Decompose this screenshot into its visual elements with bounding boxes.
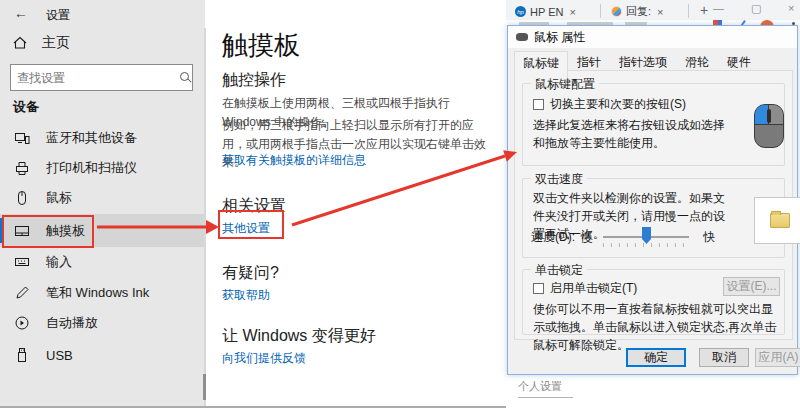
webpage-underline bbox=[518, 397, 573, 398]
tab-close-icon[interactable]: × bbox=[657, 6, 663, 18]
printer-icon bbox=[14, 160, 30, 176]
double-click-group-title: 双击速度 bbox=[531, 171, 587, 188]
touchpad-icon bbox=[14, 223, 30, 239]
double-click-group: 双击速度 双击文件夹以检测你的设置。如果文件夹没打开或关闭，请用慢一点的设置再试… bbox=[522, 178, 785, 258]
browser-tab-hp[interactable]: hp HP EN × bbox=[511, 2, 580, 21]
settings-window: ← 设置 — ▢ × 主页 设备 蓝牙和其他设备 打印机和扫描仪 鼠标 bbox=[0, 0, 506, 406]
tab-separator bbox=[688, 4, 689, 18]
sidebar-item-label: 蓝牙和其他设备 bbox=[46, 129, 137, 147]
sidebar-item-label: 自动播放 bbox=[46, 314, 98, 332]
sidebar-item-label: 输入 bbox=[46, 253, 72, 271]
browser-minimize-button[interactable]: — bbox=[713, 2, 724, 14]
settings-main-pane: 触摸板 触控操作 在触摸板上使用两根、三根或四根手指执行 Windows 中的操… bbox=[207, 0, 506, 406]
button-config-group: 鼠标键配置 切换主要和次要的按钮(S) 选择此复选框来将右按钮设成如选择和拖放等… bbox=[522, 83, 785, 166]
switch-buttons-checkbox[interactable] bbox=[533, 99, 544, 110]
folder-icon bbox=[770, 213, 790, 228]
mouse-icon bbox=[14, 190, 30, 206]
tab-pointers[interactable]: 指针 bbox=[568, 50, 610, 77]
click-lock-group: 单击锁定 启用单击锁定(T) 设置(E)... 使你可以不用一直按着鼠标按钮就可… bbox=[522, 269, 785, 335]
button-config-description: 选择此复选框来将右按钮设成如选择和拖放等主要性能使用。 bbox=[533, 116, 733, 152]
dialog-tab-page: 鼠标键配置 切换主要和次要的按钮(S) 选择此复选框来将右按钮设成如选择和拖放等… bbox=[514, 70, 793, 340]
mouse-illustration bbox=[754, 104, 784, 148]
tab-close-icon[interactable]: × bbox=[569, 6, 575, 18]
settings-search-box[interactable] bbox=[10, 64, 193, 91]
home-label: 主页 bbox=[42, 34, 70, 52]
sidebar-item-home[interactable]: 主页 bbox=[12, 34, 70, 52]
dialog-titlebar[interactable]: 鼠标 属性 bbox=[508, 26, 797, 48]
sidebar-item-label: 触摸板 bbox=[46, 222, 85, 240]
sidebar-item-label: 鼠标 bbox=[46, 189, 72, 207]
sidebar-section-devices: 设备 bbox=[13, 98, 39, 116]
feedback-link[interactable]: 向我们提供反馈 bbox=[222, 350, 306, 367]
switch-buttons-row: 切换主要和次要的按钮(S) bbox=[533, 96, 686, 113]
bluetooth-devices-icon bbox=[14, 130, 30, 146]
keyboard-icon bbox=[14, 254, 30, 270]
double-click-test-area[interactable] bbox=[754, 197, 800, 244]
tab-pointer-options[interactable]: 指针选项 bbox=[610, 50, 676, 77]
ok-button[interactable]: 确定 bbox=[626, 348, 686, 367]
tab-hardware[interactable]: 硬件 bbox=[718, 50, 760, 77]
pen-icon bbox=[14, 285, 30, 301]
related-settings-heading: 相关设置 bbox=[222, 196, 286, 217]
click-lock-description: 使你可以不用一直按着鼠标按钮就可以突出显示或拖拽。单击鼠标以进入锁定状态,再次单… bbox=[533, 300, 781, 354]
fast-label: 快 bbox=[703, 229, 715, 246]
sidebar-item-mouse[interactable]: 鼠标 bbox=[0, 183, 204, 213]
browser-tab-hp-label: HP EN bbox=[530, 6, 563, 18]
click-lock-checkbox[interactable] bbox=[533, 283, 544, 294]
sidebar-item-bluetooth[interactable]: 蓝牙和其他设备 bbox=[0, 123, 204, 153]
sidebar-item-usb[interactable]: USB bbox=[0, 340, 204, 370]
sidebar-item-typing[interactable]: 输入 bbox=[0, 247, 204, 277]
sidebar-item-printers[interactable]: 打印机和扫描仪 bbox=[0, 153, 204, 183]
browser-close-button[interactable]: × bbox=[788, 2, 794, 14]
home-icon bbox=[12, 35, 28, 51]
gestures-heading: 触控操作 bbox=[222, 70, 286, 91]
webpage-personal-settings-text: 个人设置 bbox=[518, 379, 562, 394]
button-config-group-title: 鼠标键配置 bbox=[531, 76, 599, 93]
settings-window-bottom-border bbox=[0, 406, 506, 408]
sidebar-item-label: 笔和 Windows Ink bbox=[46, 284, 149, 302]
click-lock-row: 启用单击锁定(T) bbox=[533, 280, 637, 297]
mouse-right-button bbox=[769, 105, 783, 125]
mouse-title-icon bbox=[516, 33, 528, 41]
tab-wheel[interactable]: 滑轮 bbox=[676, 50, 718, 77]
sidebar-item-label: USB bbox=[46, 348, 73, 363]
sidebar-item-touchpad[interactable]: 触摸板 bbox=[0, 214, 204, 247]
cancel-button[interactable]: 取消 bbox=[699, 348, 749, 367]
make-windows-better-heading: 让 Windows 变得更好 bbox=[222, 326, 376, 347]
new-tab-button[interactable]: + bbox=[700, 2, 708, 18]
tab-buttons[interactable]: 鼠标键 bbox=[514, 51, 568, 78]
apply-button[interactable]: 应用(A) bbox=[755, 348, 800, 367]
scrollbar-thumb[interactable] bbox=[203, 374, 206, 400]
slow-label: 慢 bbox=[581, 229, 593, 246]
pane-divider bbox=[204, 28, 206, 406]
mouse-wheel bbox=[767, 109, 771, 123]
browser-tab-reply-label: 回复: bbox=[626, 4, 651, 19]
other-settings-link[interactable]: 其他设置 bbox=[222, 220, 270, 237]
browser-tab-reply[interactable]: 回复: × bbox=[607, 2, 668, 21]
browser-maximize-button[interactable]: ▢ bbox=[751, 2, 761, 15]
search-input[interactable] bbox=[11, 71, 178, 85]
page-title: 触摸板 bbox=[222, 28, 300, 63]
touchpad-info-link[interactable]: 获取有关触摸板的详细信息 bbox=[222, 152, 366, 169]
mouse-properties-dialog: 鼠标 属性 鼠标键 指针 指针选项 滑轮 硬件 鼠标键配置 切换主要和次要的按钮… bbox=[507, 25, 798, 375]
sidebar-item-label: 打印机和扫描仪 bbox=[46, 159, 137, 177]
dialog-tab-bar: 鼠标键 指针 指针选项 滑轮 硬件 bbox=[514, 50, 760, 77]
click-lock-group-title: 单击锁定 bbox=[531, 262, 587, 279]
search-icon bbox=[178, 71, 186, 85]
switch-buttons-label: 切换主要和次要的按钮(S) bbox=[550, 96, 686, 113]
screen: hp HP EN × 回复: × + — ▢ × 个人设置 ← 设置 — ▢ × bbox=[0, 0, 800, 410]
settings-window-title: 设置 bbox=[46, 7, 70, 24]
tab-separator bbox=[600, 4, 601, 18]
dialog-title: 鼠标 属性 bbox=[534, 29, 585, 46]
sidebar-item-pen[interactable]: 笔和 Windows Ink bbox=[0, 278, 204, 308]
click-lock-label: 启用单击锁定(T) bbox=[550, 280, 637, 297]
autoplay-icon bbox=[14, 315, 30, 331]
back-icon[interactable]: ← bbox=[14, 5, 28, 21]
speed-slider-ticks bbox=[603, 243, 689, 247]
hp-logo-icon: hp bbox=[515, 6, 526, 17]
selected-accent-bar bbox=[0, 218, 4, 243]
sidebar-item-autoplay[interactable]: 自动播放 bbox=[0, 308, 204, 338]
usb-icon bbox=[14, 347, 30, 363]
get-help-link[interactable]: 获取帮助 bbox=[222, 287, 270, 304]
clicklock-settings-button[interactable]: 设置(E)... bbox=[723, 277, 780, 296]
